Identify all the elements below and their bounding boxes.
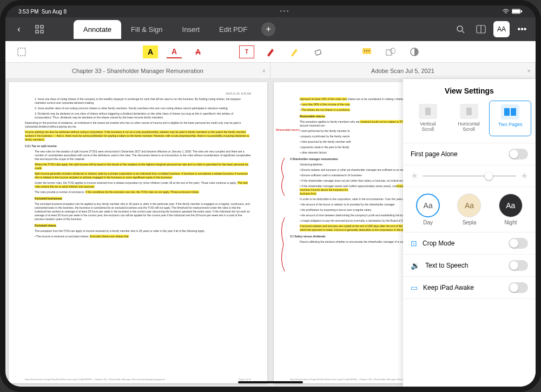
brightness-low-icon: ☀ xyxy=(411,171,418,181)
battery-icon xyxy=(512,9,523,14)
svg-point-7 xyxy=(457,26,463,31)
text-box-tool[interactable]: T xyxy=(239,45,254,58)
layout-horizontal-scroll[interactable]: HorizontalScroll xyxy=(448,101,490,136)
svg-rect-12 xyxy=(315,49,321,55)
crop-toggle[interactable] xyxy=(509,238,528,249)
bookmark-button[interactable] xyxy=(473,21,489,37)
view-settings-panel: View Settings VerticalScroll HorizontalS… xyxy=(403,79,536,387)
svg-rect-11 xyxy=(18,48,25,56)
tab-edit-pdf[interactable]: Edit PDF xyxy=(209,20,257,39)
panel-title: View Settings xyxy=(403,79,536,101)
highlight-tool[interactable]: A xyxy=(143,45,158,58)
svg-point-18 xyxy=(390,48,395,54)
tab-annotate[interactable]: Annotate xyxy=(74,20,121,39)
status-bar: 3:53 PM Sun Aug 8 • • • xyxy=(5,5,536,17)
close-icon[interactable]: × xyxy=(262,68,266,74)
doc-tab-1[interactable]: Chapter 33 - Shareholder Manager Remuner… xyxy=(5,63,270,78)
first-page-alone-row: First page Alone xyxy=(403,143,536,165)
tts-toggle[interactable] xyxy=(509,260,528,271)
wifi-icon xyxy=(502,9,510,14)
bracket-annotation xyxy=(279,158,287,196)
mode-tabs: Annotate Fill & Sign Insert Edit PDF + xyxy=(74,20,275,39)
layout-two-pages[interactable]: Two Pages xyxy=(489,101,531,136)
doc-tab-2[interactable]: Adobe Scan Jul 5, 2021× xyxy=(270,63,536,78)
note-tool[interactable] xyxy=(359,45,374,58)
theme-night[interactable]: Aa Night xyxy=(499,194,523,225)
speaker-icon: 🔉 xyxy=(411,261,420,270)
top-bar: ‹ Annotate Fill & Sign Insert Edit PDF +… xyxy=(5,17,536,41)
grid-button[interactable] xyxy=(31,21,48,37)
back-button[interactable]: ‹ xyxy=(11,21,27,37)
shape-tool[interactable] xyxy=(383,45,398,58)
keep-awake-row: ▭Keep iPad Awake xyxy=(403,277,536,299)
document-tabs: Chapter 33 - Shareholder Manager Remuner… xyxy=(5,63,536,79)
svg-rect-5 xyxy=(36,30,38,33)
awake-toggle[interactable] xyxy=(509,282,528,293)
select-tool[interactable] xyxy=(14,45,29,58)
add-tab-button[interactable]: + xyxy=(261,22,275,36)
svg-rect-4 xyxy=(41,25,43,28)
svg-rect-2 xyxy=(521,10,522,12)
bracket-annotation xyxy=(279,217,287,271)
svg-point-14 xyxy=(364,50,365,51)
marker-tool[interactable] xyxy=(287,45,302,58)
tts-row: 🔉Text to Speech xyxy=(403,255,536,277)
svg-point-15 xyxy=(366,50,367,51)
crop-icon: ⊡ xyxy=(411,239,417,248)
search-button[interactable] xyxy=(452,21,469,37)
underline-tool[interactable]: A xyxy=(167,45,182,58)
tab-fill-sign[interactable]: Fill & Sign xyxy=(121,20,173,39)
crop-mode-row: ⊡Crop Mode xyxy=(403,232,536,255)
more-button[interactable]: ••• xyxy=(514,21,530,37)
tablet-icon: ▭ xyxy=(411,283,418,292)
theme-day[interactable]: Aa Day xyxy=(416,194,440,225)
document-area[interactable]: 2019-11-24, 8:43 AM 1. Issue one class o… xyxy=(5,79,536,387)
eraser-tool[interactable] xyxy=(311,45,326,58)
first-page-toggle[interactable] xyxy=(509,149,528,160)
strikethrough-tool[interactable]: A xyxy=(190,45,206,58)
annotate-toolbar: A A A T xyxy=(5,41,536,63)
view-settings-button[interactable]: AA xyxy=(493,21,510,37)
tab-insert[interactable]: Insert xyxy=(173,20,210,39)
svg-point-16 xyxy=(368,50,370,51)
brightness-row: ☀ ☀ xyxy=(403,165,536,187)
redact-tool[interactable] xyxy=(407,45,422,58)
home-indicator[interactable] xyxy=(238,381,303,383)
page-left: 2019-11-24, 8:43 AM 1. Issue one class o… xyxy=(9,82,267,383)
svg-line-8 xyxy=(462,31,464,33)
layout-vertical-scroll[interactable]: VerticalScroll xyxy=(407,101,448,136)
brightness-slider[interactable] xyxy=(423,175,516,177)
pen-tool[interactable] xyxy=(263,45,278,58)
theme-sepia[interactable]: Aa Sepia xyxy=(457,194,481,225)
close-icon[interactable]: × xyxy=(527,68,531,74)
brightness-high-icon: ☀ xyxy=(520,171,528,181)
svg-rect-6 xyxy=(41,30,43,33)
svg-rect-1 xyxy=(512,10,520,13)
svg-rect-3 xyxy=(36,25,38,28)
handwritten-annotation: Reasonable returns xyxy=(276,128,300,132)
